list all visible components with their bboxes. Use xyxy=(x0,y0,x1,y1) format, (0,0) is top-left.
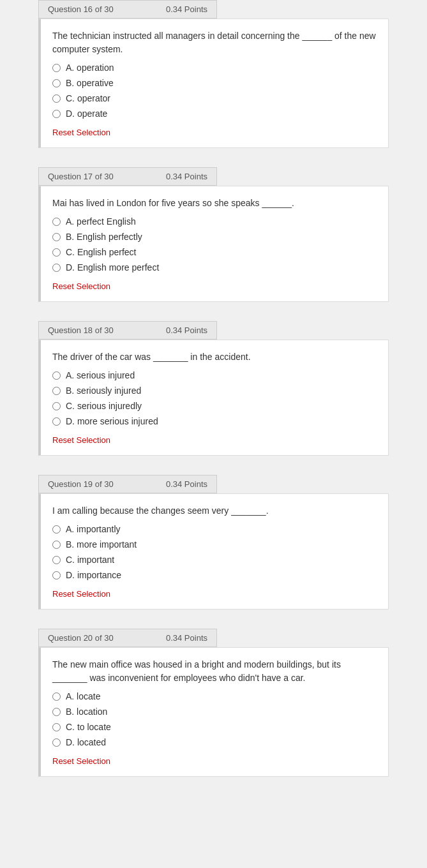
question-header-17: Question 17 of 30 0.34 Points xyxy=(38,167,217,186)
radio-17-2[interactable] xyxy=(52,248,61,257)
option-row-18-0[interactable]: A. serious injured xyxy=(52,370,377,380)
option-row-18-1[interactable]: B. seriously injured xyxy=(52,385,377,396)
question-text-20: The new main office was housed in a brig… xyxy=(52,658,377,685)
option-label-19-1: B. more important xyxy=(66,539,137,550)
option-row-20-1[interactable]: B. location xyxy=(52,707,377,717)
question-text-16: The technician instructed all managers i… xyxy=(52,29,377,56)
reset-selection-16[interactable]: Reset Selection xyxy=(52,128,110,137)
question-number-label: Question 20 of 30 xyxy=(48,633,114,643)
option-row-19-2[interactable]: C. important xyxy=(52,555,377,565)
radio-20-2[interactable] xyxy=(52,723,61,731)
question-points-label: 0.34 Points xyxy=(166,326,207,335)
option-label-17-2: C. English perfect xyxy=(66,247,137,257)
option-label-18-2: C. serious injuredly xyxy=(66,401,142,411)
radio-18-2[interactable] xyxy=(52,402,61,410)
option-label-17-1: B. English perfectly xyxy=(66,232,142,242)
question-block-18: The driver of the car was _______ in the… xyxy=(38,340,389,456)
question-header-18: Question 18 of 30 0.34 Points xyxy=(38,321,217,340)
option-label-16-2: C. operator xyxy=(66,93,110,103)
option-row-20-3[interactable]: D. located xyxy=(52,737,377,747)
option-label-16-0: A. operation xyxy=(66,63,114,73)
question-header-19: Question 19 of 30 0.34 Points xyxy=(38,475,217,493)
option-row-17-0[interactable]: A. perfect English xyxy=(52,216,377,227)
option-label-19-0: A. importantly xyxy=(66,524,121,534)
reset-selection-20[interactable]: Reset Selection xyxy=(52,756,110,766)
question-points-label: 0.34 Points xyxy=(166,4,207,14)
radio-20-3[interactable] xyxy=(52,738,61,747)
radio-17-1[interactable] xyxy=(52,233,61,241)
section-gap xyxy=(38,789,389,796)
option-label-16-3: D. operate xyxy=(66,108,107,119)
section-gap xyxy=(38,622,389,629)
option-row-19-1[interactable]: B. more important xyxy=(52,539,377,550)
question-block-20: The new main office was housed in a brig… xyxy=(38,647,389,777)
option-row-17-2[interactable]: C. English perfect xyxy=(52,247,377,257)
option-row-19-3[interactable]: D. importance xyxy=(52,570,377,580)
option-row-16-1[interactable]: B. operative xyxy=(52,78,377,88)
option-label-20-1: B. location xyxy=(66,707,107,717)
option-label-18-0: A. serious injured xyxy=(66,370,135,380)
question-header-16: Question 16 of 30 0.34 Points xyxy=(38,0,217,19)
section-gap xyxy=(38,468,389,475)
radio-19-2[interactable] xyxy=(52,556,61,564)
radio-16-2[interactable] xyxy=(52,94,61,103)
radio-17-3[interactable] xyxy=(52,264,61,272)
option-row-19-0[interactable]: A. importantly xyxy=(52,524,377,534)
option-row-17-3[interactable]: D. English more perfect xyxy=(52,262,377,273)
question-number-label: Question 19 of 30 xyxy=(48,479,114,489)
option-label-20-0: A. locate xyxy=(66,691,100,701)
radio-19-0[interactable] xyxy=(52,525,61,534)
option-row-16-0[interactable]: A. operation xyxy=(52,63,377,73)
option-label-20-3: D. located xyxy=(66,737,106,747)
radio-18-1[interactable] xyxy=(52,387,61,395)
option-row-20-0[interactable]: A. locate xyxy=(52,691,377,701)
option-label-20-2: C. to locate xyxy=(66,722,111,732)
option-row-17-1[interactable]: B. English perfectly xyxy=(52,232,377,242)
question-block-19: I am calling because the changes seem ve… xyxy=(38,493,389,610)
radio-16-1[interactable] xyxy=(52,79,61,87)
question-number-label: Question 18 of 30 xyxy=(48,326,114,335)
option-label-17-3: D. English more perfect xyxy=(66,262,159,273)
question-header-20: Question 20 of 30 0.34 Points xyxy=(38,629,217,647)
question-text-18: The driver of the car was _______ in the… xyxy=(52,350,377,364)
radio-17-0[interactable] xyxy=(52,218,61,226)
question-points-label: 0.34 Points xyxy=(166,479,207,489)
radio-20-1[interactable] xyxy=(52,708,61,716)
question-number-label: Question 17 of 30 xyxy=(48,172,114,181)
reset-selection-19[interactable]: Reset Selection xyxy=(52,589,110,599)
question-block-17: Mai has lived in London for five years s… xyxy=(38,186,389,302)
reset-selection-17[interactable]: Reset Selection xyxy=(52,281,110,291)
question-text-17: Mai has lived in London for five years s… xyxy=(52,197,377,210)
option-row-18-3[interactable]: D. more serious injured xyxy=(52,416,377,426)
option-label-19-3: D. importance xyxy=(66,570,121,580)
option-label-18-1: B. seriously injured xyxy=(66,385,141,396)
radio-16-0[interactable] xyxy=(52,64,61,72)
reset-selection-18[interactable]: Reset Selection xyxy=(52,435,110,445)
radio-18-0[interactable] xyxy=(52,371,61,380)
option-label-17-0: A. perfect English xyxy=(66,216,136,227)
radio-19-3[interactable] xyxy=(52,571,61,580)
option-row-16-2[interactable]: C. operator xyxy=(52,93,377,103)
section-gap xyxy=(38,315,389,321)
radio-19-1[interactable] xyxy=(52,541,61,549)
option-row-20-2[interactable]: C. to locate xyxy=(52,722,377,732)
radio-20-0[interactable] xyxy=(52,692,61,701)
option-label-16-1: B. operative xyxy=(66,78,114,88)
page-container: Question 16 of 30 0.34 Points The techni… xyxy=(0,0,427,809)
question-points-label: 0.34 Points xyxy=(166,172,207,181)
question-block-16: The technician instructed all managers i… xyxy=(38,19,389,148)
question-text-19: I am calling because the changes seem ve… xyxy=(52,504,377,518)
radio-18-3[interactable] xyxy=(52,417,61,426)
question-number-label: Question 16 of 30 xyxy=(48,4,114,14)
option-row-16-3[interactable]: D. operate xyxy=(52,108,377,119)
option-row-18-2[interactable]: C. serious injuredly xyxy=(52,401,377,411)
question-points-label: 0.34 Points xyxy=(166,633,207,643)
section-gap xyxy=(38,161,389,167)
option-label-18-3: D. more serious injured xyxy=(66,416,158,426)
option-label-19-2: C. important xyxy=(66,555,114,565)
radio-16-3[interactable] xyxy=(52,110,61,118)
